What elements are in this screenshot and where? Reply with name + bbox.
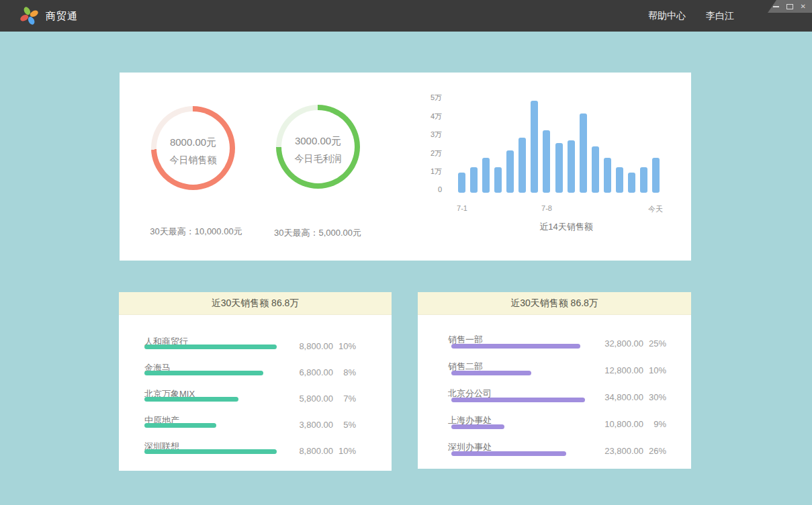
list-item: 北京分公司 34,800.0030% bbox=[418, 387, 691, 414]
daily-sales-bar bbox=[616, 167, 623, 193]
customer-bar bbox=[144, 449, 277, 454]
daily-sales-bar bbox=[592, 146, 599, 193]
today-sales-donut: 8000.00元 今日销售额 bbox=[151, 106, 235, 190]
daily-sales-bar bbox=[506, 150, 514, 193]
y-tick: 2万 bbox=[431, 148, 442, 158]
y-tick: 5万 bbox=[431, 93, 442, 103]
department-percent: 9% bbox=[643, 419, 666, 429]
department-amount: 32,800.00 bbox=[604, 338, 643, 349]
customer-amount: 8,800.00 bbox=[299, 446, 333, 456]
customer-rank-title: 近30天销售额 86.8万 bbox=[119, 292, 392, 315]
customer-percent: 5% bbox=[333, 420, 356, 430]
customer-percent: 10% bbox=[333, 446, 356, 456]
today-sales-30d-max: 30天最高：10,000.00元 bbox=[150, 226, 242, 238]
y-axis-ticks: 5万 4万 3万 2万 1万 0 bbox=[407, 93, 442, 193]
department-bar bbox=[451, 424, 504, 429]
list-item: 销售二部 12,800.0010% bbox=[418, 361, 691, 387]
today-profit-label: 今日毛利润 bbox=[295, 153, 342, 165]
customer-rank-card: 近30天销售额 86.8万 人和商贸行 8,800.0010% 金海马 6,80… bbox=[119, 292, 392, 471]
department-bar bbox=[451, 371, 531, 375]
x-tick-today: 今天 bbox=[648, 204, 663, 214]
customer-bar bbox=[144, 371, 263, 375]
daily-sales-bar bbox=[604, 158, 611, 193]
app-logo-pinwheel-icon bbox=[19, 6, 39, 26]
department-bar bbox=[451, 451, 566, 456]
customer-bar bbox=[144, 397, 238, 402]
customer-percent: 10% bbox=[333, 341, 356, 351]
x-tick-first-day: 7-1 bbox=[457, 204, 467, 212]
daily-sales-bar bbox=[531, 101, 538, 193]
minimize-icon[interactable] bbox=[773, 6, 779, 7]
daily-sales-bar bbox=[568, 140, 575, 193]
customer-percent: 8% bbox=[333, 367, 356, 377]
department-rank-title: 近30天销售额 86.8万 bbox=[418, 292, 691, 315]
customer-rank-list: 人和商贸行 8,800.0010% 金海马 6,800.008% 北京万象MIX… bbox=[119, 315, 392, 467]
customer-amount: 5,800.00 bbox=[299, 394, 333, 404]
user-name-menu[interactable]: 李白江 bbox=[706, 10, 734, 22]
customer-percent: 7% bbox=[333, 394, 356, 404]
y-tick: 4万 bbox=[431, 111, 442, 122]
daily-sales-bar bbox=[458, 173, 465, 193]
today-sales-gauge: 8000.00元 今日销售额 bbox=[151, 106, 235, 190]
customer-amount: 3,800.00 bbox=[299, 420, 333, 430]
help-center-link[interactable]: 帮助中心 bbox=[648, 10, 686, 22]
department-percent: 30% bbox=[643, 392, 666, 402]
overview-card: 8000.00元 今日销售额 30天最高：10,000.00元 3000.00元… bbox=[120, 73, 691, 261]
list-item: 人和商贸行 8,800.0010% bbox=[119, 336, 392, 362]
today-profit-30d-max: 30天最高：5,000.00元 bbox=[274, 227, 361, 239]
list-item: 北京万象MIX 5,800.007% bbox=[119, 388, 392, 414]
daily-sales-bar bbox=[470, 167, 478, 193]
today-sales-value: 8000.00元 bbox=[170, 136, 216, 149]
daily-sales-bar bbox=[482, 158, 490, 193]
daily-sales-bar bbox=[580, 113, 587, 193]
department-rank-list: 销售一部 32,800.0025% 销售二部 12,800.0010% 北京分公… bbox=[418, 315, 691, 468]
customer-bar bbox=[144, 345, 277, 349]
department-amount: 10,800.00 bbox=[604, 419, 643, 429]
titlebar: 商贸通 帮助中心 李白江 ✕ bbox=[0, 0, 812, 32]
x-tick-mid-day: 7-8 bbox=[541, 204, 552, 212]
window-controls: ✕ bbox=[768, 0, 812, 13]
daily-sales-bar bbox=[543, 130, 550, 193]
list-item: 金海马 6,800.008% bbox=[119, 362, 392, 388]
y-tick: 3万 bbox=[431, 130, 442, 140]
department-percent: 25% bbox=[643, 338, 666, 349]
department-bar bbox=[451, 344, 580, 349]
customer-amount: 6,800.00 bbox=[299, 367, 333, 377]
today-profit-value: 3000.00元 bbox=[295, 135, 341, 148]
today-profit-gauge: 3000.00元 今日毛利润 bbox=[276, 105, 360, 189]
app-title: 商贸通 bbox=[46, 0, 78, 32]
department-amount: 12,800.00 bbox=[604, 365, 643, 375]
daily-sales-bar bbox=[494, 167, 502, 193]
today-profit-donut: 3000.00元 今日毛利润 bbox=[276, 105, 360, 189]
daily-sales-chart-title: 近14天销售额 bbox=[539, 221, 592, 233]
y-tick: 1万 bbox=[431, 167, 442, 177]
daily-sales-bar bbox=[628, 173, 635, 193]
list-item: 深圳办事处 23,800.0026% bbox=[418, 441, 691, 468]
department-percent: 26% bbox=[643, 446, 666, 456]
daily-sales-bar bbox=[555, 143, 563, 193]
customer-bar bbox=[144, 423, 216, 428]
department-amount: 34,800.00 bbox=[604, 392, 643, 402]
department-percent: 10% bbox=[643, 365, 666, 375]
maximize-icon[interactable] bbox=[786, 4, 793, 9]
close-icon[interactable]: ✕ bbox=[801, 3, 806, 10]
list-item: 中原地产 3,800.005% bbox=[119, 414, 392, 441]
today-sales-label: 今日销售额 bbox=[170, 154, 217, 167]
daily-sales-bar bbox=[640, 167, 647, 193]
list-item: 深圳联想 8,800.0010% bbox=[119, 441, 392, 467]
y-tick: 0 bbox=[438, 185, 442, 193]
daily-sales-bar bbox=[518, 138, 526, 193]
customer-amount: 8,800.00 bbox=[299, 341, 333, 351]
titlebar-menu: 帮助中心 李白江 bbox=[648, 0, 734, 32]
list-item: 销售一部 32,800.0025% bbox=[418, 334, 691, 361]
department-amount: 23,800.00 bbox=[604, 446, 643, 456]
daily-sales-bars bbox=[458, 92, 660, 193]
list-item: 上海办事处 10,800.009% bbox=[418, 414, 691, 441]
department-bar bbox=[451, 398, 585, 402]
daily-sales-bar bbox=[652, 158, 660, 193]
department-rank-card: 近30天销售额 86.8万 销售一部 32,800.0025% 销售二部 12,… bbox=[418, 292, 691, 469]
